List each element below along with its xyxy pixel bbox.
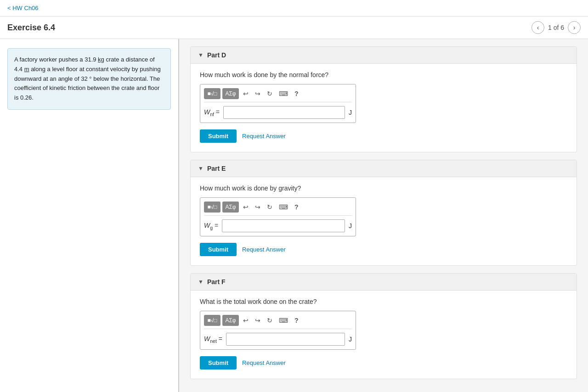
part-e-input-container: ■√□ ΑΣφ ↩ ↪ ↻ ⌨ ? Wg = J <box>200 197 356 236</box>
part-d-request-answer-link[interactable]: Request Answer <box>242 133 286 140</box>
part-f-section: ▼ Part F What is the total work done on … <box>190 273 577 379</box>
part-e-question: How much work is done by gravity? <box>200 185 567 192</box>
part-f-collapse-arrow: ▼ <box>198 279 204 285</box>
part-d-greek-btn[interactable]: ΑΣφ <box>222 88 239 99</box>
hw-link[interactable]: HW Ch06 <box>7 5 39 11</box>
part-d-submit-button[interactable]: Submit <box>200 129 237 143</box>
part-e-help-btn[interactable]: ? <box>292 202 301 212</box>
part-e-undo-btn[interactable]: ↩ <box>241 202 251 213</box>
part-f-request-answer-link[interactable]: Request Answer <box>242 359 286 366</box>
part-d-question: How much work is done by the normal forc… <box>200 71 567 78</box>
part-f-help-btn[interactable]: ? <box>292 315 301 325</box>
part-f-input-label: Wnet = <box>204 335 222 344</box>
part-d-body: How much work is done by the normal forc… <box>191 64 577 152</box>
part-d-input-label: Wnf = <box>204 108 220 117</box>
main-layout: A factory worker pushes a 31.9 kg crate … <box>0 39 588 392</box>
part-e-reset-btn[interactable]: ↻ <box>265 202 275 213</box>
part-e-section: ▼ Part E How much work is done by gravit… <box>190 160 577 266</box>
part-d-keyboard-btn[interactable]: ⌨ <box>277 88 290 99</box>
sidebar: A factory worker pushes a 31.9 kg crate … <box>0 39 179 392</box>
part-f-unit: J <box>349 336 352 343</box>
part-f-body: What is the total work done on the crate… <box>191 291 577 379</box>
part-d-header[interactable]: ▼ Part D <box>191 47 577 64</box>
part-d-reset-btn[interactable]: ↻ <box>265 88 275 99</box>
part-e-request-answer-link[interactable]: Request Answer <box>242 246 286 253</box>
header: Exercise 6.4 ‹ 1 of 6 › <box>0 17 588 39</box>
part-f-greek-btn[interactable]: ΑΣφ <box>222 315 239 326</box>
prev-page-button[interactable]: ‹ <box>531 21 544 34</box>
part-d-collapse-arrow: ▼ <box>198 52 204 58</box>
part-e-input-label: Wg = <box>204 222 218 230</box>
part-f-undo-btn[interactable]: ↩ <box>241 315 251 326</box>
part-e-keyboard-btn[interactable]: ⌨ <box>277 202 290 213</box>
greek-icon-f: ΑΣφ <box>225 317 236 324</box>
pagination: ‹ 1 of 6 › <box>531 21 581 34</box>
part-d-toolbar: ■√□ ΑΣφ ↩ ↪ ↻ ⌨ ? <box>204 88 352 102</box>
part-f-submit-button[interactable]: Submit <box>200 356 237 370</box>
part-f-reset-btn[interactable]: ↻ <box>265 315 275 326</box>
part-f-toolbar: ■√□ ΑΣφ ↩ ↪ ↻ ⌨ ? <box>204 315 352 329</box>
part-d-section: ▼ Part D How much work is done by the no… <box>190 46 577 152</box>
part-d-input-row: Wnf = J <box>204 106 352 119</box>
part-e-body: How much work is done by gravity? ■√□ ΑΣ… <box>191 177 577 265</box>
top-nav: HW Ch06 <box>0 0 588 17</box>
part-e-input-row: Wg = J <box>204 219 352 232</box>
exercise-title: Exercise 6.4 <box>7 23 55 33</box>
part-e-collapse-arrow: ▼ <box>198 165 204 172</box>
part-f-action-row: Submit Request Answer <box>200 356 567 370</box>
part-f-keyboard-btn[interactable]: ⌨ <box>277 315 290 326</box>
part-e-greek-btn[interactable]: ΑΣφ <box>222 202 239 213</box>
part-f-question: What is the total work done on the crate… <box>200 298 567 305</box>
part-d-label: Part D <box>207 51 226 59</box>
greek-icon-e: ΑΣφ <box>225 204 236 210</box>
part-e-unit: J <box>349 222 352 230</box>
fraction-icon-e: ■√□ <box>207 204 217 210</box>
part-d-unit: J <box>349 109 352 116</box>
part-d-action-row: Submit Request Answer <box>200 129 567 143</box>
part-f-label: Part F <box>207 278 226 286</box>
part-f-input-container: ■√□ ΑΣφ ↩ ↪ ↻ ⌨ ? Wnet = J <box>200 311 356 350</box>
part-f-answer-input[interactable] <box>226 333 345 346</box>
part-e-answer-input[interactable] <box>222 219 345 232</box>
pagination-label: 1 of 6 <box>548 24 564 31</box>
content-area: ▼ Part D How much work is done by the no… <box>179 39 588 392</box>
fraction-icon: ■√□ <box>207 90 217 97</box>
part-f-redo-btn[interactable]: ↪ <box>253 315 263 326</box>
part-e-fraction-btn[interactable]: ■√□ <box>204 202 220 213</box>
part-e-header[interactable]: ▼ Part E <box>191 160 577 177</box>
part-e-submit-button[interactable]: Submit <box>200 243 237 256</box>
part-f-input-row: Wnet = J <box>204 333 352 346</box>
fraction-icon-f: ■√□ <box>207 317 217 324</box>
part-e-redo-btn[interactable]: ↪ <box>253 202 263 213</box>
part-d-redo-btn[interactable]: ↪ <box>253 88 263 99</box>
part-d-answer-input[interactable] <box>223 106 345 119</box>
part-d-help-btn[interactable]: ? <box>292 89 301 99</box>
part-f-header[interactable]: ▼ Part F <box>191 274 577 291</box>
part-e-label: Part E <box>207 165 226 172</box>
problem-box: A factory worker pushes a 31.9 kg crate … <box>7 48 171 110</box>
next-page-button[interactable]: › <box>568 21 581 34</box>
part-f-fraction-btn[interactable]: ■√□ <box>204 315 220 326</box>
part-e-action-row: Submit Request Answer <box>200 243 567 256</box>
greek-icon: ΑΣφ <box>225 90 236 97</box>
part-d-input-container: ■√□ ΑΣφ ↩ ↪ ↻ ⌨ ? Wnf = J <box>200 84 356 123</box>
part-e-toolbar: ■√□ ΑΣφ ↩ ↪ ↻ ⌨ ? <box>204 202 352 216</box>
part-d-fraction-btn[interactable]: ■√□ <box>204 88 220 99</box>
part-d-undo-btn[interactable]: ↩ <box>241 88 251 99</box>
